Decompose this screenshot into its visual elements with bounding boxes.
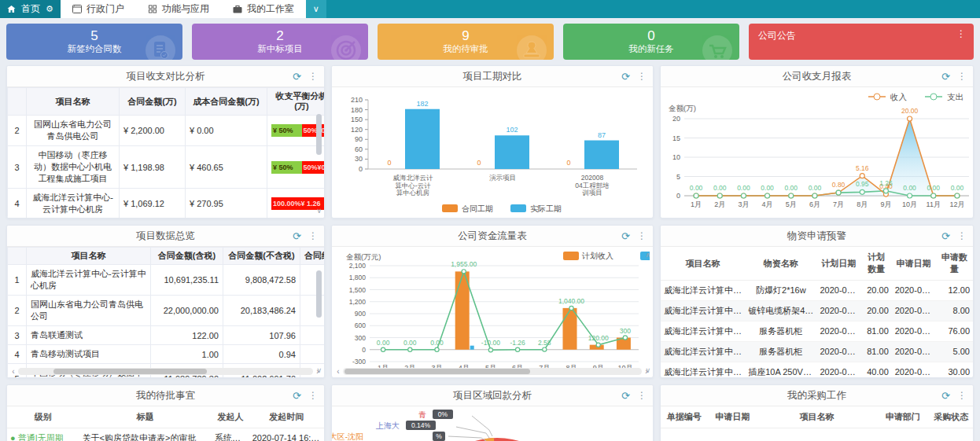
scrollbar-track[interactable] — [18, 368, 313, 375]
table-row[interactable]: 4威海北洋云计算中心-云计算中心机房¥ 1,069.12¥ 270.95100.… — [8, 189, 325, 219]
plan-date-cell: 2020-06-22 — [816, 281, 860, 301]
svg-text:150: 150 — [351, 116, 363, 123]
scrollbar-thumb[interactable] — [53, 369, 207, 374]
project-name-cell: 威海北洋云计算中心-云计算... — [661, 301, 745, 322]
svg-text:10: 10 — [672, 153, 680, 161]
refresh-icon[interactable]: ⟳ — [621, 230, 630, 242]
row-index-header — [8, 248, 27, 265]
project-overview-table: 项目名称合同金额(含税)合同金额(不含税)合同结算(含税)合同结算(不含税)1威… — [7, 247, 324, 377]
panel-project-data-overview: 项目数据总览 ⟳⋮ 项目名称合同金额(含税)合同金额(不含税)合同结算(含税)合… — [6, 225, 325, 378]
kebab-icon[interactable]: ⋮ — [308, 230, 318, 241]
svg-text:0.00: 0.00 — [784, 184, 798, 192]
column-header: 申请部门 — [876, 406, 929, 428]
nav-tab-functions-apps[interactable]: 功能与应用 — [136, 0, 221, 18]
balance-positive-segment: ¥ 50% — [271, 124, 302, 137]
panel-title: 公司资金流量表 — [458, 230, 527, 243]
table-row[interactable]: 威海北洋云计算中心-云计算...插座10A 250V 三极五孔插座2020-06… — [661, 362, 973, 378]
kebab-icon[interactable]: ⋮ — [308, 390, 318, 401]
refresh-icon[interactable]: ⟳ — [293, 71, 301, 83]
table-row[interactable]: 威海北洋云计算中心-云计算...镀锌电缆桥架400*1002020-06-222… — [661, 301, 973, 322]
svg-text:600: 600 — [355, 322, 366, 329]
refresh-icon[interactable]: ⟳ — [293, 390, 301, 402]
table-row[interactable]: ● 普通|无周期关于<购房贷款申请表>的审批系统管理员2020-07-14 16… — [7, 428, 324, 441]
kpi-card-new-contracts[interactable]: 5 新签约合同数 — [6, 24, 182, 60]
kpi-card-my-approvals[interactable]: 9 我的待审批 — [378, 24, 554, 60]
amount-cell: 122.00 — [151, 326, 223, 345]
kebab-icon[interactable]: ⋮ — [637, 230, 647, 241]
refresh-icon[interactable]: ⟳ — [941, 390, 950, 402]
scroll-chevron[interactable]: ∧ — [645, 252, 650, 259]
svg-text:0.00: 0.00 — [761, 184, 774, 192]
cash-flow-chart: 计划收入金额(万元)-30003006009001,2001,5001,8002… — [332, 247, 653, 377]
kebab-icon[interactable]: ⋮ — [957, 390, 967, 401]
table-row[interactable]: 4青岛移动测试项目1.000.940.000.0 — [8, 345, 325, 364]
table-row[interactable]: 2国网山东省电力公司青岛供电公司¥ 2,200.00¥ 0.00¥ 50%50%… — [8, 116, 325, 146]
scrollbar-thumb[interactable] — [316, 114, 322, 155]
row-index: 4 — [8, 345, 27, 364]
nav-tab-admin-portal[interactable]: 行政门户 — [61, 0, 136, 18]
amount-cell: 20,183,486.24 — [223, 296, 300, 326]
svg-text:9月: 9月 — [880, 200, 891, 208]
top-nav: 首页 ⚙ 行政门户 功能与应用 我的工作室 ∨ — [0, 0, 980, 18]
scroll-chevron[interactable]: ∧ — [316, 252, 322, 259]
table-row[interactable]: 威海北洋云计算中心-云计算...服务器机柜2020-06-2281.002020… — [661, 322, 973, 342]
contract-amount-cell: ¥ 2,200.00 — [120, 116, 186, 146]
svg-text:金额(万): 金额(万) — [669, 104, 696, 112]
svg-text:120: 120 — [351, 126, 363, 134]
svg-text:30: 30 — [355, 155, 363, 163]
kpi-card-my-tasks[interactable]: 0 我的新任务 — [563, 24, 739, 60]
table-row[interactable]: 3青岛联通测试122.00107.960.000.0 — [8, 326, 325, 345]
empty-cell — [661, 428, 973, 441]
table-row[interactable]: 2国网山东省电力公司青岛供电公司22,000,000.0020,183,486.… — [8, 296, 325, 326]
amount-cell: 1.00 — [151, 345, 223, 364]
column-header: 合同金额(万) — [120, 88, 186, 116]
refresh-icon[interactable]: ⟳ — [621, 71, 630, 83]
kebab-icon[interactable]: ⋮ — [637, 71, 647, 82]
nav-home-tab[interactable]: 首页 ⚙ — [0, 0, 61, 18]
horizontal-scrollbar[interactable]: ‹› — [333, 367, 651, 376]
scrollbar-thumb[interactable] — [316, 270, 322, 318]
kpi-label: 新中标项目 — [257, 43, 303, 55]
project-name-cell: 威海北洋云计算中心-云计算... — [661, 322, 745, 342]
refresh-icon[interactable]: ⟳ — [941, 71, 950, 83]
project-name-cell: 威海北洋云计算中心-云计算... — [661, 281, 745, 301]
refresh-icon[interactable]: ⟳ — [293, 230, 301, 242]
column-header: 级别 — [7, 406, 79, 428]
kebab-icon[interactable]: ⋮ — [957, 71, 967, 82]
horizontal-scrollbar[interactable]: ‹› — [9, 367, 322, 376]
kebab-icon[interactable]: ⋮ — [957, 230, 967, 241]
svg-text:120.00: 120.00 — [588, 334, 609, 342]
scroll-left-arrow[interactable]: ‹ — [333, 367, 343, 376]
svg-text:0.00: 0.00 — [403, 339, 417, 347]
table-row[interactable]: 威海北洋云计算中心-云计算...服务器机柜2020-06-2281.002020… — [661, 342, 973, 362]
svg-text:0: 0 — [477, 159, 481, 167]
svg-text:%: % — [436, 432, 442, 440]
announcement-card[interactable]: 公司公告 ⋮ — [749, 24, 974, 60]
task-cart-icon — [702, 35, 733, 60]
table-row[interactable]: 威海北洋云计算中心-云计算...防爆灯2*16w2020-06-2220.002… — [661, 281, 973, 301]
panel-title: 物资申请预警 — [787, 230, 846, 243]
chevron-down-icon[interactable]: ∨ — [306, 0, 326, 18]
scrollbar-thumb[interactable] — [344, 369, 530, 374]
nav-tab-my-studio[interactable]: 我的工作室 — [221, 0, 306, 18]
table-row[interactable]: 3中国移动（枣庄移动）数据中心小机电工程集成施工项目¥ 1,198.98¥ 46… — [8, 146, 325, 189]
scrollbar-track[interactable] — [343, 368, 642, 375]
scroll-right-arrow[interactable]: › — [642, 367, 651, 376]
project-name-cell: 国网山东省电力公司青岛供电公司 — [27, 116, 120, 146]
refresh-icon[interactable]: ⟳ — [621, 390, 630, 402]
scroll-chevron[interactable]: ∧ — [316, 92, 322, 99]
kebab-icon[interactable]: ⋮ — [956, 28, 966, 39]
table-row[interactable]: 1威海北洋云计算中心-云计算中心机房10,691,235.119,808,472… — [8, 265, 325, 296]
cost-amount-cell: ¥ 460.65 — [186, 146, 267, 189]
scroll-left-arrow[interactable]: ‹ — [9, 367, 18, 376]
amount-cell: 10,691,235.11 — [151, 265, 223, 296]
project-name-cell: 威海北洋云计算中心-云计算... — [661, 362, 745, 378]
kpi-card-new-bids[interactable]: 2 新中标项目 — [192, 24, 368, 60]
gear-icon[interactable]: ⚙ — [46, 4, 53, 14]
kebab-icon[interactable]: ⋮ — [637, 390, 647, 401]
scroll-right-arrow[interactable]: › — [313, 367, 322, 376]
kebab-icon[interactable]: ⋮ — [308, 71, 318, 82]
refresh-icon[interactable]: ⟳ — [941, 230, 950, 242]
panel-region-payment-analysis: 项目区域回款分析 ⟳⋮ 青0%上海大0.14%东北大区-沈阳% — [331, 384, 654, 441]
scroll-chevron[interactable]: ∨ — [316, 208, 322, 215]
